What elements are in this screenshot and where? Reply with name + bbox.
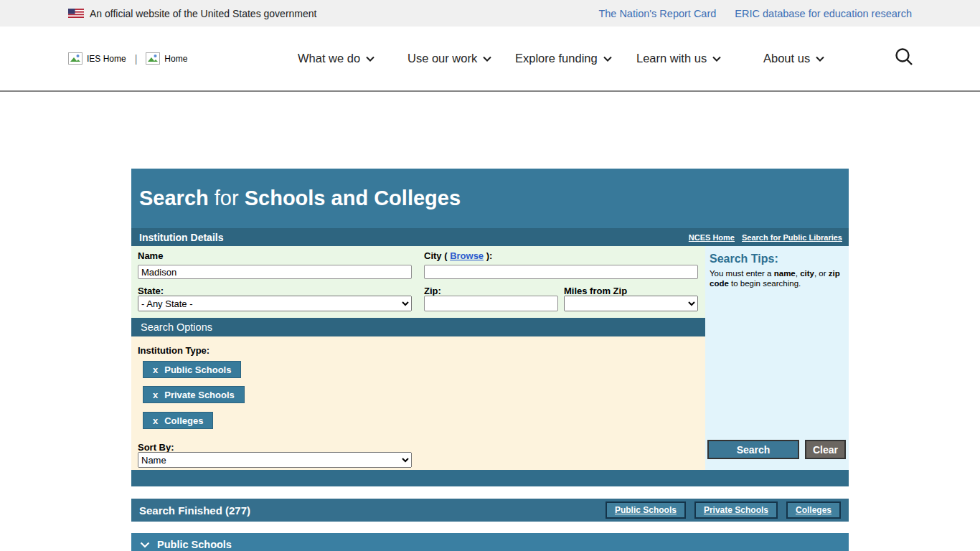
colleges-toggle-button[interactable]: x Colleges: [143, 412, 213, 429]
search-tips-panel: Search Tips: You must enter a name, city…: [705, 246, 849, 470]
search-finished-bar: Search Finished (277) Public Schools Pri…: [131, 499, 849, 522]
panel-title: Search for Schools and Colleges: [131, 169, 849, 228]
colleges-filter-button[interactable]: Colleges: [786, 501, 841, 519]
nav-item-what-we-do[interactable]: What we do: [298, 27, 374, 90]
public-schools-toggle-button[interactable]: x Public Schools: [143, 361, 241, 378]
section-title: Public Schools: [157, 539, 232, 550]
page: An official website of the United States…: [0, 0, 980, 551]
public-schools-section-header[interactable]: Public Schools: [131, 533, 849, 551]
institution-details-form: Name City ( Browse ): State: - Any State…: [131, 246, 705, 318]
zip-label: Zip:: [424, 286, 441, 296]
private-schools-filter-button[interactable]: Private Schools: [694, 501, 778, 519]
nces-home-link[interactable]: NCES Home: [689, 233, 735, 242]
remove-x-icon: x: [153, 390, 158, 400]
broken-image-icon: [68, 52, 83, 65]
search-options-area: Institution Type: x Public Schools x Pri…: [131, 336, 705, 470]
private-schools-toggle-button[interactable]: x Private Schools: [143, 386, 245, 403]
search-button[interactable]: Search: [707, 440, 799, 459]
main-nav: IES Home | Home What we do Use our work: [0, 27, 980, 92]
logo-separator: |: [135, 53, 138, 65]
ies-home-link[interactable]: IES Home: [87, 54, 126, 64]
broken-image-icon: [146, 52, 160, 65]
chevron-down-icon: [483, 56, 491, 62]
browse-link[interactable]: Browse: [450, 250, 484, 261]
details-links: NCES Home Search for Public Libraries: [689, 233, 849, 242]
city-input[interactable]: [424, 265, 698, 279]
panel-footer-bar: [131, 470, 849, 486]
home-link[interactable]: Home: [164, 54, 187, 64]
chevron-down-icon: [816, 56, 824, 62]
clear-button[interactable]: Clear: [805, 440, 846, 459]
search-tips-heading: Search Tips:: [710, 253, 778, 265]
school-search-panel: Search for Schools and Colleges Institut…: [131, 169, 849, 486]
chevron-down-icon: [603, 56, 612, 62]
miles-from-zip-label: Miles from Zip: [564, 286, 627, 296]
zip-input[interactable]: [424, 296, 558, 311]
miles-from-zip-select[interactable]: [564, 296, 698, 311]
chevron-down-icon: [140, 542, 150, 548]
nav-item-explore-funding[interactable]: Explore funding: [515, 27, 612, 90]
result-filter-buttons: Public Schools Private Schools Colleges: [606, 501, 849, 519]
institution-details-title: Institution Details: [131, 232, 689, 243]
institution-details-bar: Institution Details NCES Home Search for…: [131, 228, 849, 246]
banner-left: An official website of the United States…: [68, 8, 316, 19]
nav-item-about-us[interactable]: About us: [763, 27, 824, 90]
eric-database-link[interactable]: ERIC database for education research: [735, 8, 912, 19]
nav-item-learn-with-us[interactable]: Learn with us: [636, 27, 721, 90]
remove-x-icon: x: [153, 364, 158, 375]
institution-type-label: Institution Type:: [138, 345, 209, 356]
public-schools-filter-button[interactable]: Public Schools: [606, 501, 686, 519]
state-select[interactable]: - Any State -: [138, 296, 412, 311]
search-icon[interactable]: [892, 45, 916, 70]
search-tips-text: You must enter a name, city, or zip code…: [710, 268, 840, 289]
logo-area: IES Home | Home: [68, 27, 187, 90]
name-label: Name: [138, 250, 163, 261]
banner-links: The Nation's Report Card ERIC database f…: [598, 8, 912, 19]
city-label: City ( Browse ):: [424, 250, 492, 261]
nav-item-use-our-work[interactable]: Use our work: [407, 27, 491, 90]
search-finished-label: Search Finished (277): [131, 504, 606, 517]
public-libraries-link[interactable]: Search for Public Libraries: [742, 233, 842, 242]
banner-text: An official website of the United States…: [90, 8, 316, 19]
sort-by-label: Sort By:: [138, 442, 174, 453]
state-label: State:: [138, 286, 164, 296]
search-options-bar: Search Options: [131, 318, 705, 336]
sort-by-select[interactable]: Name: [138, 452, 412, 468]
name-input[interactable]: [138, 265, 412, 279]
chevron-down-icon: [712, 56, 721, 62]
chevron-down-icon: [366, 56, 374, 62]
remove-x-icon: x: [153, 415, 158, 426]
nations-report-card-link[interactable]: The Nation's Report Card: [598, 8, 716, 19]
us-flag-icon: [68, 9, 84, 18]
gov-banner: An official website of the United States…: [0, 0, 980, 27]
